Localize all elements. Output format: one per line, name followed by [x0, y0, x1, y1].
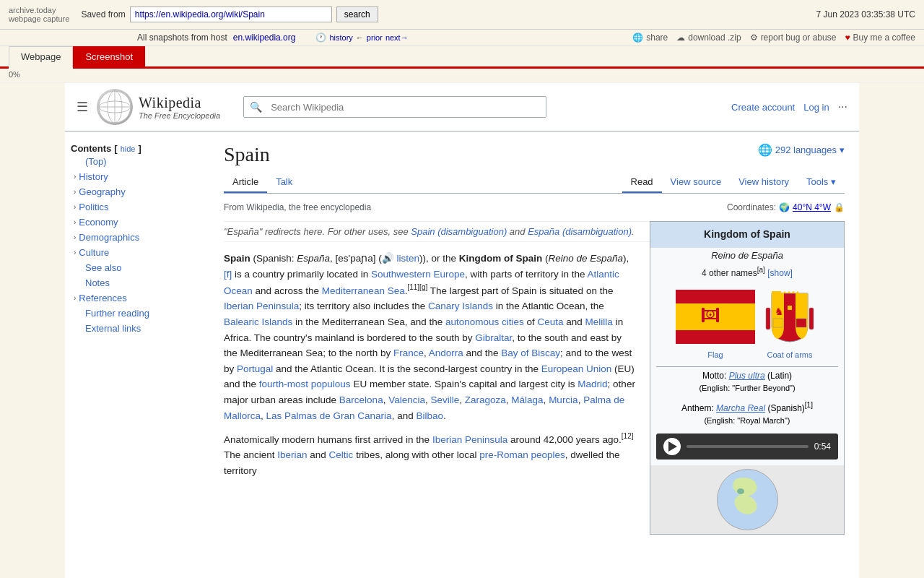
barcelona-link[interactable]: Barcelona — [339, 394, 383, 405]
coat-wrap: ♞ ♞ — [761, 290, 819, 344]
toc-item-demographics[interactable]: › Demographics — [71, 230, 204, 245]
seville-link[interactable]: Seville — [430, 394, 459, 405]
tab-article[interactable]: Article — [224, 172, 267, 193]
mediterranean-sea-link[interactable]: Mediterranean Sea — [322, 285, 405, 296]
france-link[interactable]: France — [393, 348, 424, 358]
wiki-globe-icon — [97, 89, 133, 125]
malaga-link[interactable]: Málaga — [511, 394, 543, 405]
languages-button[interactable]: 🌐 292 languages ▾ — [758, 143, 845, 157]
archive-search-button[interactable]: search — [336, 7, 378, 22]
next-link[interactable]: next→ — [385, 33, 409, 42]
flag-yellow: ♦ — [676, 303, 755, 331]
svg-rect-13 — [790, 298, 793, 302]
iberian-link[interactable]: Iberian — [277, 449, 307, 460]
zaragoza-link[interactable]: Zaragoza — [465, 394, 506, 405]
player-progress-bar[interactable] — [687, 445, 808, 448]
espana-disambig-link[interactable]: España (disambiguation) — [528, 226, 632, 237]
tab-tools[interactable]: Tools ▾ — [798, 172, 845, 193]
toc-item-see-also[interactable]: See also — [71, 260, 204, 275]
archive-subtitle: webpage capture — [9, 14, 69, 23]
svg-text:♞: ♞ — [775, 306, 784, 317]
valencia-link[interactable]: Valencia — [388, 394, 425, 405]
gibraltar-link[interactable]: Gibraltar — [475, 332, 512, 343]
toc-hide-link[interactable]: hide — [121, 144, 136, 153]
play-button[interactable] — [663, 438, 681, 455]
report-link[interactable]: ⚙ report bug or abuse — [750, 33, 837, 43]
player-time: 0:54 — [814, 441, 831, 453]
article-tabs: Article Talk Read View source View histo… — [224, 172, 845, 194]
history-link[interactable]: history — [329, 33, 352, 42]
svg-text:♦: ♦ — [709, 311, 712, 318]
bay-of-biscay-link[interactable]: Bay of Biscay — [501, 348, 560, 358]
report-icon: ⚙ — [750, 33, 758, 43]
toc-item-external-links[interactable]: External links — [71, 321, 204, 336]
login-link[interactable]: Log in — [803, 102, 829, 113]
iberian-peninsula-link[interactable]: Iberian Peninsula — [224, 301, 299, 311]
infobox-show-link[interactable]: [show] — [767, 268, 793, 278]
wiki-logo-text: Wikipedia The Free Encyclopedia — [139, 95, 220, 120]
toc-item-economy[interactable]: › Economy — [71, 215, 204, 230]
madrid-link[interactable]: Madrid — [578, 379, 607, 389]
eu-link[interactable]: European Union — [541, 363, 612, 374]
portugal-link[interactable]: Portugal — [237, 363, 273, 374]
toc-item-further-reading[interactable]: Further reading — [71, 306, 204, 321]
archive-subheader: All snapshots from host en.wikipedia.org… — [0, 30, 924, 46]
footnote-f[interactable]: [f] — [224, 269, 232, 280]
tab-view-source[interactable]: View source — [662, 172, 731, 193]
pre-roman-link[interactable]: pre-Roman peoples — [479, 449, 565, 460]
expand-arrow-icon: › — [74, 233, 76, 241]
create-account-link[interactable]: Create account — [731, 102, 795, 113]
share-link[interactable]: 🌐 share — [632, 33, 668, 43]
wiki-logo-link[interactable]: Wikipedia The Free Encyclopedia — [97, 89, 220, 125]
archive-tabs: Webpage Screenshot — [0, 46, 924, 69]
flag-wrap: ♦ — [676, 290, 755, 344]
archive-saved-from: Saved from search — [81, 7, 378, 22]
toc-item-top[interactable]: (Top) — [71, 154, 204, 169]
melilla-link[interactable]: Melilla — [585, 316, 613, 327]
more-options-icon[interactable]: ··· — [838, 100, 847, 113]
flag-label-link[interactable]: Flag — [707, 350, 723, 361]
tab-talk[interactable]: Talk — [267, 172, 301, 193]
fourth-populous-link[interactable]: fourth-most populous — [259, 379, 351, 389]
coat-of-arms: ♞ ♞ — [761, 290, 819, 344]
screenshot-tab[interactable]: Screenshot — [73, 46, 145, 66]
wiki-search-input[interactable] — [268, 98, 546, 117]
southwestern-europe-link[interactable]: Southwestern Europe — [371, 269, 465, 280]
murcia-link[interactable]: Murcia — [549, 394, 578, 405]
download-icon: ☁ — [676, 33, 685, 43]
spain-disambig-link[interactable]: Spain (disambiguation) — [411, 226, 507, 237]
anthem-link[interactable]: Marcha Real — [716, 403, 765, 413]
motto-link[interactable]: Plus ultra — [729, 371, 765, 381]
toc-title: Contents [ hide ] — [71, 143, 204, 154]
bilbao-link[interactable]: Bilbao — [416, 410, 443, 421]
ceuta-link[interactable]: Ceuta — [538, 316, 564, 327]
coordinates-link[interactable]: 40°N 4°W — [793, 202, 831, 212]
balearic-islands-link[interactable]: Balearic Islands — [224, 316, 292, 327]
toc-item-notes[interactable]: Notes — [71, 275, 204, 290]
from-wiki-line: From Wikipedia, the free encyclopedia Co… — [224, 202, 845, 212]
archive-url-input[interactable] — [130, 7, 332, 22]
coffee-link[interactable]: ♥ Buy me a coffee — [845, 33, 915, 43]
toc-item-politics[interactable]: › Politics — [71, 199, 204, 215]
toc-item-history[interactable]: › History — [71, 169, 204, 184]
tab-view-history[interactable]: View history — [730, 172, 798, 193]
andorra-link[interactable]: Andorra — [429, 348, 463, 358]
listen-link[interactable]: listen — [396, 253, 419, 264]
download-link[interactable]: ☁ download .zip — [676, 33, 741, 43]
tab-read[interactable]: Read — [622, 172, 662, 193]
toc-item-culture[interactable]: › Culture — [71, 245, 204, 260]
autonomous-cities-link[interactable]: autonomous cities — [445, 316, 524, 327]
toc-item-geography[interactable]: › Geography — [71, 184, 204, 199]
hamburger-menu[interactable]: ☰ — [77, 99, 88, 115]
svg-text:♞: ♞ — [798, 306, 807, 317]
snapshots-host-link[interactable]: en.wikipedia.org — [233, 33, 296, 43]
webpage-tab[interactable]: Webpage — [9, 46, 73, 69]
iberian-peninsula-link2[interactable]: Iberian Peninsula — [432, 434, 507, 445]
toc-item-references[interactable]: › References — [71, 290, 204, 306]
prior-link[interactable]: prior — [367, 33, 383, 42]
canary-islands-link[interactable]: Canary Islands — [428, 301, 493, 311]
las-palmas-link[interactable]: Las Palmas de Gran Canaria — [266, 410, 392, 421]
coat-of-arms-svg: ♞ ♞ — [764, 290, 815, 344]
coat-label-link[interactable]: Coat of arms — [767, 350, 813, 361]
celtic-link[interactable]: Celtic — [329, 449, 354, 460]
